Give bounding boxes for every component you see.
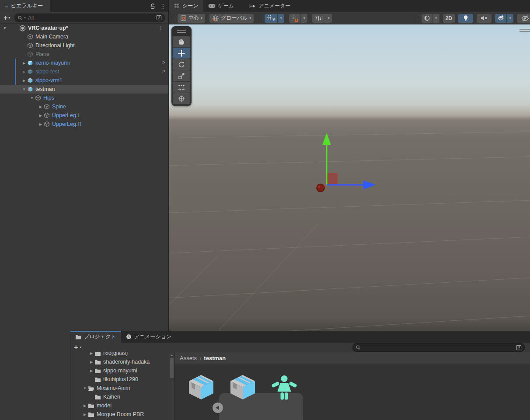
tab-scene[interactable]: シーン <box>169 0 203 12</box>
rotate-tool-button[interactable] <box>173 59 190 70</box>
search-filter-caret-icon[interactable]: ▾ <box>24 16 26 19</box>
hierarchy-row-upperleg-l[interactable]: ▶ UpperLeg.L <box>0 111 168 120</box>
scene-menu-dots-icon[interactable]: ⋮ <box>158 24 164 31</box>
folder-row-rio-glass[interactable]: ▶ Rio(glass) <box>70 352 169 358</box>
toolbar-drag-handle[interactable] <box>416 15 419 21</box>
foldout-closed-icon[interactable]: ▶ <box>38 122 44 126</box>
foldout-closed-icon[interactable]: ▶ <box>21 70 27 74</box>
folder-row-model[interactable]: ▶ model <box>70 401 169 410</box>
hierarchy-row-plane[interactable]: Plane <box>0 50 168 59</box>
create-object-button[interactable]: + <box>3 14 7 21</box>
hierarchy-item-label: testman <box>35 86 55 92</box>
hierarchy-row-sippo-vrm1[interactable]: ▶ sippo-vrm1 <box>0 76 168 85</box>
asset-tile-testman[interactable]: testman <box>187 373 215 401</box>
folder-row-tikubiplus1290[interactable]: tikubiplus1290 <box>70 375 169 384</box>
foldout-closed-icon[interactable]: ▶ <box>21 79 27 83</box>
foldout-closed-icon[interactable]: ▶ <box>88 352 94 355</box>
unlock-icon[interactable] <box>147 0 158 12</box>
hierarchy-search-field[interactable]: ▾ <box>14 14 165 22</box>
tab-animator[interactable]: アニメーター <box>244 0 295 12</box>
scale-tool-button[interactable] <box>173 70 190 81</box>
collapse-arrow-icon <box>216 406 219 410</box>
overlay-drag-handle[interactable] <box>520 29 530 32</box>
gizmo-plane-handle[interactable] <box>327 173 338 184</box>
folder-row-morgue-room-pbr[interactable]: ▶ Morgue Room PBR <box>70 410 169 419</box>
move-tool-button[interactable] <box>173 48 190 59</box>
search-picker-icon[interactable] <box>516 345 522 351</box>
lighting-toggle-button[interactable] <box>458 14 473 23</box>
model-prefab-icon <box>27 77 33 83</box>
transform-tool-button[interactable] <box>173 93 190 104</box>
tab-animation[interactable]: アニメーション <box>121 331 177 343</box>
grid-snap-button[interactable]: ▾ <box>289 14 307 23</box>
increment-snap-button[interactable]: ▾ <box>312 14 332 23</box>
hierarchy-row-scene[interactable]: ▼ VRC-avatar-up* ⋮ <box>0 24 168 32</box>
scene-visibility-button[interactable] <box>517 14 530 23</box>
foldout-closed-icon[interactable]: ▶ <box>88 369 94 373</box>
eye-slash-icon <box>521 15 529 21</box>
tab-hierarchy[interactable]: ≡ ヒエラルキー <box>0 0 50 12</box>
foldout-closed-icon[interactable]: ▶ <box>38 105 44 109</box>
scene-viewport[interactable] <box>169 24 530 331</box>
hierarchy-row-kemo-mayumi[interactable]: ▶ kemo-mayumi > <box>0 59 168 67</box>
folder-icon <box>94 352 101 356</box>
search-picker-icon[interactable] <box>156 15 162 21</box>
foldout-closed-icon[interactable]: ▶ <box>21 61 27 65</box>
grid-axis-label: Y <box>272 17 275 22</box>
effects-toggle-button[interactable]: ▾ <box>495 14 513 23</box>
audio-toggle-button[interactable] <box>477 14 492 23</box>
tab-project[interactable]: プロジェクト <box>70 331 121 343</box>
create-asset-caret-icon[interactable]: ▾ <box>80 346 81 349</box>
foldout-closed-icon[interactable]: ▶ <box>82 413 88 417</box>
project-search-input[interactable] <box>362 344 515 351</box>
foldout-open-icon[interactable]: ▼ <box>21 87 27 91</box>
collapse-subassets-button[interactable] <box>213 403 223 413</box>
scrollbar-thumb[interactable] <box>170 358 174 378</box>
toolbar-drag-handle[interactable] <box>172 15 175 21</box>
foldout-closed-icon[interactable]: ▶ <box>88 360 94 364</box>
foldout-open-icon[interactable]: ▼ <box>29 96 35 100</box>
hierarchy-row-main-camera[interactable]: Main Camera <box>0 32 168 41</box>
hierarchy-row-testman[interactable]: ▼ testman <box>0 85 168 94</box>
folder-icon <box>88 403 94 409</box>
asset-tile-hips[interactable]: Hips <box>229 373 257 401</box>
create-object-caret-icon[interactable]: ▾ <box>8 16 10 20</box>
2d-toggle-button[interactable]: 2D <box>443 14 455 23</box>
tab-game[interactable]: ゲーム <box>203 0 239 12</box>
selected-object-sphere[interactable] <box>317 184 324 192</box>
prefab-open-chevron-icon[interactable]: > <box>162 59 165 66</box>
pivot-mode-button[interactable]: 中心 ▾ <box>178 14 205 23</box>
foldout-closed-icon[interactable]: ▶ <box>38 114 44 118</box>
tools-overlay-palette <box>171 26 192 106</box>
foldout-open-icon[interactable]: ▼ <box>82 386 88 390</box>
panel-menu-dots-icon[interactable]: ⋮ <box>158 0 168 12</box>
toolbar-drag-handle[interactable] <box>259 15 262 21</box>
prefab-open-chevron-icon[interactable]: > <box>162 68 165 74</box>
palette-drag-handle-icon[interactable] <box>171 26 192 36</box>
folder-row-shaderonly-hadaka[interactable]: ▶ shaderonly-hadaka <box>70 358 169 366</box>
open-folder-icon <box>88 385 94 391</box>
foldout-closed-icon[interactable]: ▶ <box>82 404 88 408</box>
folder-row-sippo-mayumi[interactable]: ▶ sippo-mayumi <box>70 366 169 375</box>
shading-mode-button[interactable]: ▾ <box>422 14 439 23</box>
hierarchy-row-sippo-test[interactable]: ▶ sippo-test > <box>0 67 168 76</box>
folder-row-kaihen[interactable]: Kaihen <box>70 392 169 401</box>
breadcrumb-current[interactable]: testman <box>204 355 226 361</box>
grid-visibility-button[interactable]: Y ▾ <box>265 14 284 23</box>
hierarchy-item-label: Hips <box>43 95 54 101</box>
rect-tool-button[interactable] <box>173 82 190 93</box>
create-asset-button[interactable]: + <box>74 344 78 351</box>
hierarchy-row-upperleg-r[interactable]: ▶ UpperLeg.R <box>0 120 168 128</box>
hierarchy-row-hips[interactable]: ▼ Hips <box>0 94 168 102</box>
asset-tile-testman-avatar[interactable]: testmanA… <box>270 373 298 401</box>
handle-rotation-button[interactable]: グローバル ▾ <box>209 14 254 23</box>
hand-tool-button[interactable] <box>173 36 190 47</box>
prefab-cube-icon <box>27 60 33 66</box>
foldout-open-icon[interactable]: ▼ <box>2 26 8 30</box>
project-search-field[interactable] <box>352 343 525 352</box>
folder-row-mixamo-anim[interactable]: ▼ Mixamo-Anim <box>70 384 169 392</box>
hierarchy-row-directional-light[interactable]: Directional Light <box>0 41 168 50</box>
hierarchy-search-input[interactable] <box>27 14 155 21</box>
hierarchy-row-spine[interactable]: ▶ Spine <box>0 102 168 111</box>
breadcrumb-root[interactable]: Assets <box>180 355 197 361</box>
